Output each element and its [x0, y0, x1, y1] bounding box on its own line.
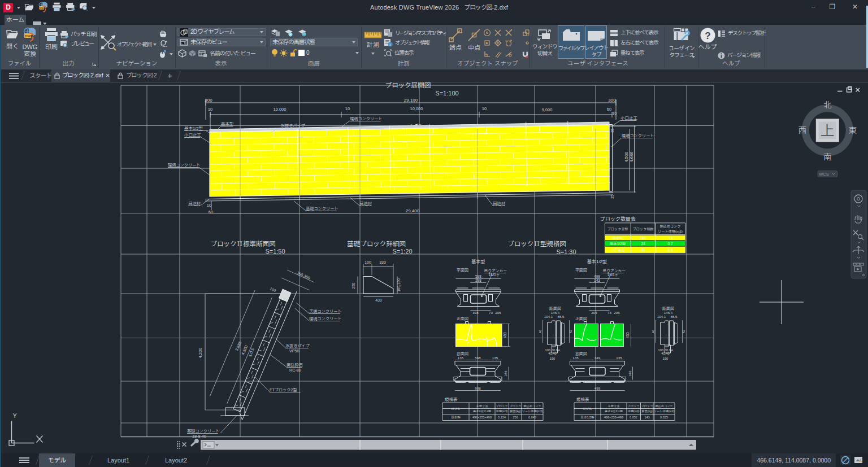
svg-text:呼び名: 呼び名	[452, 407, 461, 411]
svg-text:胴込めコンク: 胴込めコンク	[659, 224, 680, 228]
svg-text:吊りアンカー: 吊りアンカー	[603, 269, 626, 273]
svg-text:135: 135	[458, 356, 464, 360]
svg-text:北: 北	[823, 101, 832, 110]
svg-text:体積(m3): 体積(m3)	[627, 409, 639, 413]
svg-text:吊りアンカー: 吊りアンカー	[484, 269, 507, 273]
svg-text:104.1: 104.1	[544, 315, 553, 318]
svg-text:Y: Y	[13, 412, 18, 419]
svg-text:10: 10	[208, 107, 212, 112]
svg-text:ブロック: ブロック	[641, 404, 653, 408]
svg-text:73: 73	[607, 311, 611, 315]
svg-text:?: ?	[705, 30, 710, 41]
svg-text:0.7: 0.7	[668, 242, 673, 246]
svg-text:42: 42	[569, 329, 572, 333]
svg-text:598: 598	[475, 274, 481, 278]
svg-text:主要寸法: 主要寸法	[476, 404, 488, 408]
svg-text:VP50: VP50	[289, 348, 300, 353]
svg-text:ブロックⅡ標準断面図: ブロックⅡ標準断面図	[211, 241, 276, 247]
svg-text:リート体積(m3): リート体積(m3)	[654, 409, 675, 413]
svg-text:499: 499	[594, 274, 600, 278]
svg-text:205: 205	[495, 311, 501, 315]
svg-text:ブロック個数: ブロック個数	[632, 227, 653, 231]
svg-text:100: 100	[364, 260, 371, 264]
svg-text:S=1:100: S=1:100	[435, 90, 458, 97]
svg-text:胴込めコンク: 胴込めコンク	[655, 404, 672, 408]
svg-text:質量(kg): 質量(kg)	[510, 409, 521, 413]
svg-text:298: 298	[475, 278, 481, 282]
svg-text:南: 南	[823, 152, 832, 162]
svg-text:4,500: 4,500	[624, 152, 629, 163]
svg-text:350,300: 350,300	[296, 270, 311, 280]
svg-text:3,686: 3,686	[235, 341, 242, 352]
svg-text:S=1:30: S=1:30	[556, 248, 576, 255]
svg-text:基礎コンクリート: 基礎コンクリート	[187, 429, 220, 434]
svg-text:小口止工: 小口止工	[184, 133, 201, 138]
svg-text:46: 46	[539, 329, 542, 333]
svg-text:4,686: 4,686	[629, 152, 634, 163]
svg-text:規格表: 規格表	[445, 397, 458, 402]
svg-text:346: 346	[504, 370, 507, 377]
svg-text:基本型: 基本型	[612, 236, 623, 240]
svg-text:29,100: 29,100	[404, 98, 418, 103]
svg-text:基礎ブロック詳細図: 基礎ブロック詳細図	[347, 241, 406, 247]
svg-text:FTブロック2型: FTブロック2型	[270, 387, 297, 392]
svg-text:RC-80: RC-80	[289, 368, 301, 373]
svg-text:40,40: 40,40	[548, 352, 557, 355]
svg-text:10: 10	[345, 106, 350, 111]
svg-text:24: 24	[641, 242, 645, 246]
svg-text:300: 300	[608, 98, 616, 103]
svg-text:東: 東	[849, 126, 857, 135]
svg-text:450: 450	[626, 332, 630, 338]
svg-text:1M1ヶ: 1M1ヶ	[607, 273, 619, 277]
svg-text:143: 143	[644, 416, 649, 419]
svg-text:小口止工: 小口止工	[620, 116, 637, 121]
svg-text:10: 10	[207, 203, 211, 208]
svg-text:330: 330	[379, 260, 386, 264]
svg-text:水抜きパイプ: 水抜きパイプ	[281, 123, 305, 128]
svg-text:135: 135	[616, 356, 622, 360]
svg-text:0.052: 0.052	[630, 416, 637, 419]
svg-text:10: 10	[612, 111, 617, 116]
svg-text:平面図: 平面図	[457, 268, 468, 272]
svg-text:質量(kg): 質量(kg)	[641, 409, 653, 413]
svg-text:呼び名: 呼び名	[583, 407, 592, 411]
svg-text:小口止工: 小口止工	[610, 248, 625, 252]
svg-text:リート体積(m3): リート体積(m3)	[522, 409, 543, 413]
svg-text:3.1: 3.1	[668, 236, 673, 240]
svg-text:398: 398	[472, 311, 479, 315]
svg-text:1:0.5: 1:0.5	[248, 347, 255, 357]
svg-text:3.8: 3.8	[668, 248, 673, 252]
svg-text:環境コンクリート: 環境コンクリート	[350, 116, 383, 121]
svg-text:基本型: 基本型	[472, 259, 485, 264]
svg-text:DWG: DWG	[25, 34, 33, 38]
svg-text:目地材: 目地材	[359, 201, 372, 206]
svg-text:300: 300	[205, 98, 212, 103]
svg-text:135: 135	[492, 356, 498, 360]
svg-text:346: 346	[628, 370, 632, 377]
svg-text:205: 205	[614, 311, 620, 315]
svg-text:4,200: 4,200	[198, 348, 203, 359]
svg-text:上: 上	[821, 123, 835, 138]
svg-text:73: 73	[489, 311, 493, 315]
svg-text:498×255×498: 498×255×498	[604, 416, 623, 419]
svg-text:基本1/2型: 基本1/2型	[184, 126, 203, 131]
svg-text:135: 135	[572, 356, 579, 360]
svg-text:104.1: 104.1	[657, 315, 666, 318]
svg-text:998: 998	[475, 386, 481, 390]
svg-text:高さ×控え×幅: 高さ×控え×幅	[473, 409, 491, 413]
svg-text:基本1/2型: 基本1/2型	[610, 242, 626, 246]
svg-text:環境コンクリート: 環境コンクリート	[622, 133, 654, 138]
svg-text:基礎コンクリート: 基礎コンクリート	[306, 206, 338, 211]
svg-text:499: 499	[594, 386, 601, 390]
svg-text:0.124: 0.124	[498, 416, 506, 419]
svg-text:204: 204	[591, 311, 597, 315]
svg-text:平面図: 平面図	[575, 268, 587, 272]
svg-text:10,000: 10,000	[274, 107, 287, 112]
svg-text:基本型: 基本型	[450, 416, 461, 419]
svg-text:25: 25	[610, 194, 614, 199]
svg-text:規格表: 規格表	[576, 397, 589, 402]
svg-text:主要寸法: 主要寸法	[608, 404, 620, 408]
svg-text:450: 450	[503, 332, 507, 338]
svg-text:349: 349	[594, 356, 601, 360]
svg-text:10: 10	[482, 106, 487, 111]
